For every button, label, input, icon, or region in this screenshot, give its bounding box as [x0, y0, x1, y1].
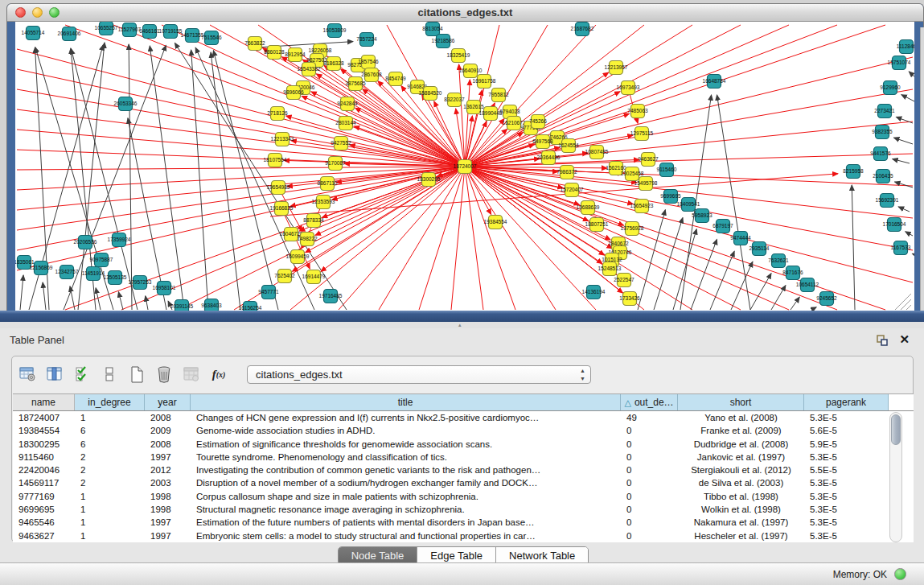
network-node[interactable]: 745266	[529, 115, 547, 129]
resize-grip-icon[interactable]	[906, 305, 911, 310]
column-header-name[interactable]: name	[13, 394, 75, 410]
table-cell[interactable]: 5.5E-5	[804, 463, 889, 476]
network-node[interactable]: 16053809	[323, 24, 347, 38]
table-cell[interactable]: Tibbo et al. (1998)	[678, 490, 804, 503]
network-node[interactable]: 10807485	[585, 146, 609, 159]
table-cell[interactable]: 0	[621, 424, 678, 437]
column-header-year[interactable]: year	[145, 394, 191, 410]
network-node[interactable]: 9115460	[657, 163, 677, 177]
network-node[interactable]: 13505135	[104, 271, 127, 285]
table-cell[interactable]: 0	[621, 490, 678, 503]
table-disabled-icon[interactable]	[183, 365, 200, 383]
table-cell[interactable]: 2	[75, 463, 145, 476]
table-cell[interactable]: 1	[75, 490, 145, 503]
network-node[interactable]: 90975887	[90, 253, 113, 267]
table-cell[interactable]: 0	[621, 529, 678, 542]
network-node[interactable]: 18807251	[585, 218, 609, 232]
scrollbar-thumb[interactable]	[891, 414, 901, 445]
table-cell[interactable]: 1997	[145, 516, 191, 529]
network-node[interactable]: 9463627	[638, 153, 659, 167]
network-node[interactable]: 9382355	[872, 126, 893, 139]
table-cell[interactable]: Changes of HCN gene expression and I(f) …	[191, 411, 621, 424]
table-cell[interactable]: 14569117	[13, 476, 75, 489]
network-node[interactable]: 9457771	[258, 286, 279, 299]
table-row[interactable]: 1830029562008Estimation of significance …	[13, 438, 889, 451]
table-row[interactable]: 1456911722003Disruption of a novel membe…	[13, 476, 889, 489]
network-node[interactable]: 3875685	[345, 77, 366, 91]
network-canvas[interactable]: 8860128891295418226058982750316543382224…	[15, 22, 914, 311]
network-node[interactable]: 10655257	[95, 22, 118, 35]
network-node[interactable]: 19384554	[484, 216, 507, 229]
network-node[interactable]: 20364486	[537, 151, 561, 165]
table-cell[interactable]: 9463627	[13, 529, 75, 542]
network-node[interactable]: 15692391	[876, 194, 899, 208]
network-node[interactable]: 9129960	[880, 81, 901, 95]
network-node[interactable]: 16958101	[153, 282, 176, 295]
table-cell[interactable]: 49	[621, 411, 678, 424]
table-cell[interactable]: 1	[75, 516, 145, 529]
table-cell[interactable]: Stergiakouli et al. (2012)	[678, 463, 804, 476]
network-node[interactable]: 9441576	[870, 147, 891, 161]
splitter-grip-icon[interactable]: ▴	[458, 323, 466, 328]
table-cell[interactable]: Disruption of a novel member of a sodium…	[191, 476, 621, 489]
table-column-icon[interactable]	[46, 365, 64, 383]
table-cell[interactable]: 0	[621, 503, 678, 516]
network-node[interactable]: 10688639	[577, 201, 600, 215]
network-node[interactable]: 16648784	[703, 75, 726, 89]
network-node[interactable]: 7955812	[488, 89, 509, 102]
memory-status-indicator[interactable]	[894, 568, 906, 580]
table-cell[interactable]: Dudbridge et al. (2008)	[678, 438, 804, 451]
network-node[interactable]: 8471676	[782, 266, 803, 280]
table-cell[interactable]: Corpus callosum shape and size in male p…	[191, 490, 621, 503]
table-cell[interactable]: 1	[75, 529, 145, 542]
column-header-short[interactable]: short	[678, 394, 804, 410]
table-cell[interactable]: 0	[621, 476, 678, 489]
table-cell[interactable]: 1998	[145, 490, 191, 503]
table-cell[interactable]: Investigating the contribution of common…	[191, 463, 621, 476]
table-cell[interactable]: 22420046	[13, 463, 75, 476]
table-cell[interactable]: Tourette syndrome. Phenomenology and cla…	[191, 451, 621, 463]
function-icon[interactable]: f(x)	[210, 365, 228, 383]
table-cell[interactable]: Embryonic stem cells: a model to study s…	[191, 529, 621, 542]
network-node[interactable]: 2106435	[873, 170, 893, 183]
table-cell[interactable]: 19384554	[13, 424, 75, 437]
network-node[interactable]: 18325419	[447, 49, 470, 63]
table-cell[interactable]: Wolkin et al. (1998)	[678, 503, 804, 516]
network-node[interactable]: 8878334	[303, 214, 324, 228]
network-node[interactable]: 14136194	[582, 286, 606, 299]
table-cell[interactable]: 2012	[145, 463, 191, 476]
table-cell[interactable]: 1	[75, 503, 145, 516]
network-node[interactable]: 10973493	[617, 81, 640, 95]
table-cell[interactable]: 6	[75, 438, 145, 451]
network-node[interactable]: 10719155	[159, 25, 183, 39]
table-cell[interactable]: 0	[621, 438, 678, 451]
network-node[interactable]: 8912954	[285, 48, 306, 62]
network-node[interactable]: 9427552	[331, 137, 351, 150]
network-node[interactable]: 20391145	[170, 300, 194, 312]
table-cell[interactable]: 0	[621, 463, 678, 476]
table-cell[interactable]: 5.9E-5	[804, 438, 889, 451]
network-node[interactable]: 15751074	[888, 56, 911, 70]
table-cell[interactable]: 2008	[145, 438, 191, 451]
close-panel-icon[interactable]: ✕	[899, 332, 910, 347]
network-node[interactable]: 12342757	[55, 266, 79, 279]
table-cell[interactable]: 1998	[145, 503, 191, 516]
table-gear-icon[interactable]	[18, 365, 36, 383]
table-cell[interactable]: 5.3E-5	[804, 451, 889, 463]
network-node[interactable]: 6879197	[713, 220, 733, 233]
network-node[interactable]: 2935114	[749, 242, 770, 256]
network-node[interactable]: 9245652	[816, 292, 837, 306]
table-cell[interactable]: Jankovic et al. (1997)	[678, 451, 804, 463]
network-node[interactable]: 1498222	[297, 233, 318, 246]
table-cell[interactable]: 18724007	[13, 411, 75, 424]
table-cell[interactable]: Estimation of significance thresholds fo…	[191, 438, 621, 451]
column-header-out-de-[interactable]: △out_de…	[621, 394, 678, 410]
table-cell[interactable]: 18300295	[13, 438, 75, 451]
table-row[interactable]: 2242004622012Investigating the contribut…	[13, 463, 889, 476]
new-file-icon[interactable]	[128, 365, 146, 383]
table-cell[interactable]: 2003	[145, 476, 191, 489]
table-source-select[interactable]: citations_edges.txt ▲▼	[247, 365, 591, 384]
table-cell[interactable]: 1997	[145, 451, 191, 463]
table-row[interactable]: 946362711997Embryonic stem cells: a mode…	[13, 529, 889, 542]
panel-splitter[interactable]: ▴	[0, 322, 924, 328]
